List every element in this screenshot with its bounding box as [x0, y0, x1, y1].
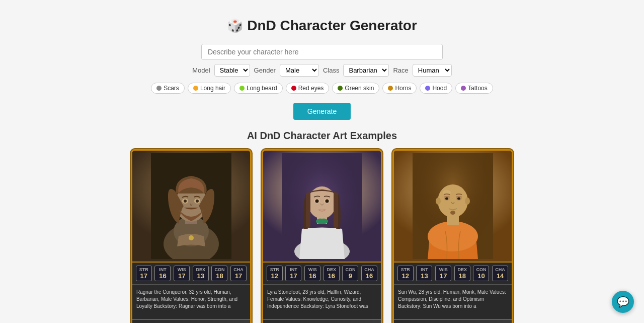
portrait-barbarian — [132, 151, 250, 262]
red-eyes-dot — [291, 86, 296, 91]
card-image-wizard — [263, 151, 381, 262]
wizard-description: Lyra Stonefoot, 23 yrs old, Halflin, Wiz… — [267, 289, 368, 309]
svg-rect-16 — [306, 192, 310, 228]
svg-point-31 — [457, 198, 460, 200]
tag-green-skin[interactable]: Green skin — [332, 83, 379, 94]
show-more-wizard[interactable]: ▼ Show More — [263, 319, 381, 323]
tag-red-eyes[interactable]: Red eyes — [286, 83, 330, 94]
stat-str-wizard: STR 12 — [267, 266, 283, 281]
input-section: Model Stable Fast HD Gender Male Female … — [10, 44, 634, 120]
tag-scars-label: Scars — [164, 85, 179, 92]
tags-row: Scars Long hair Long beard Red eyes Gree… — [151, 83, 493, 94]
chat-icon: 💬 — [617, 296, 629, 308]
svg-point-33 — [436, 198, 441, 205]
gender-label: Gender — [254, 67, 276, 74]
stat-wis-wizard: WIS 16 — [304, 266, 320, 281]
stat-dex-wizard: DEX 16 — [324, 266, 340, 281]
long-beard-dot — [239, 86, 245, 91]
section-title: AI DnD Character Art Examples — [10, 130, 634, 142]
card-image-barbarian — [132, 151, 250, 262]
svg-rect-17 — [334, 192, 338, 228]
tag-long-hair[interactable]: Long hair — [188, 83, 231, 94]
svg-point-8 — [196, 200, 199, 203]
monk-description: Sun Wu, 28 yrs old, Human, Monk, Male Va… — [398, 289, 506, 309]
tag-tattoos[interactable]: Tattoos — [455, 83, 493, 94]
svg-point-34 — [465, 198, 470, 205]
stat-cha-wizard: CHA 16 — [361, 266, 377, 281]
header: 🎲 DnD Character Generator — [10, 10, 634, 39]
svg-point-21 — [326, 200, 329, 203]
svg-point-24 — [428, 221, 478, 251]
race-label: Race — [393, 67, 408, 74]
title-text: DnD Character Generator — [247, 18, 417, 34]
svg-point-14 — [316, 218, 328, 224]
show-more-barbarian[interactable]: ▼ Show more — [132, 319, 250, 323]
character-card-barbarian: STR 17 INT 16 WIS 17 DEX 13 CON 18 — [131, 149, 252, 323]
class-label: Class — [323, 67, 340, 74]
hood-dot — [425, 86, 430, 91]
stat-dex-barbarian: DEX 13 — [193, 266, 209, 281]
svg-point-30 — [445, 198, 448, 200]
barbarian-description: Ragnar the Conqueror, 32 yrs old, Human,… — [136, 289, 237, 309]
scars-dot — [156, 86, 162, 91]
chat-bubble[interactable]: 💬 — [612, 291, 634, 313]
gender-select[interactable]: Male Female Other — [280, 64, 319, 77]
stat-int-wizard: INT 17 — [285, 266, 301, 281]
stat-con-monk: CON 10 — [473, 266, 489, 281]
tag-long-hair-label: Long hair — [200, 85, 225, 92]
controls-row: Model Stable Fast HD Gender Male Female … — [192, 64, 452, 77]
character-card-monk: STR 12 INT 13 WIS 17 DEX 18 CON 10 — [392, 149, 513, 323]
generate-button[interactable]: Generate — [293, 103, 351, 120]
portrait-monk — [394, 151, 512, 262]
stat-int-monk: INT 13 — [416, 266, 432, 281]
race-select[interactable]: Human Elf Dwarf Halfling Orc — [413, 64, 452, 77]
stat-cha-monk: CHA 14 — [492, 266, 508, 281]
dice-icon: 🎲 — [227, 18, 243, 34]
card-desc-wizard: Lyra Stonefoot, 23 yrs old, Halflin, Wiz… — [263, 284, 381, 319]
tag-hood-label: Hood — [432, 85, 447, 92]
page-wrapper: 🎲 DnD Character Generator Model Stable F… — [0, 0, 644, 323]
cards-row: STR 17 INT 16 WIS 17 DEX 13 CON 18 — [10, 149, 634, 323]
character-card-wizard: STR 12 INT 17 WIS 16 DEX 16 CON 9 — [262, 149, 382, 323]
tattoos-dot — [461, 86, 466, 91]
card-image-monk — [394, 151, 512, 262]
stat-wis-monk: WIS 17 — [435, 266, 451, 281]
describe-input[interactable] — [201, 44, 443, 60]
tag-horns-label: Horns — [395, 85, 411, 92]
card-desc-monk: Sun Wu, 28 yrs old, Human, Monk, Male Va… — [394, 284, 512, 319]
app-title: 🎲 DnD Character Generator — [10, 18, 634, 34]
card-stats-wizard: STR 12 INT 17 WIS 16 DEX 16 CON 9 — [263, 262, 381, 284]
tag-hood[interactable]: Hood — [420, 83, 452, 94]
svg-point-32 — [450, 211, 455, 215]
model-select[interactable]: Stable Fast HD — [214, 64, 250, 77]
stat-str-monk: STR 12 — [397, 266, 414, 281]
portrait-wizard — [263, 151, 381, 262]
stat-str-barbarian: STR 17 — [136, 266, 152, 281]
tag-red-eyes-label: Red eyes — [298, 85, 324, 92]
stat-cha-barbarian: CHA 17 — [230, 266, 247, 281]
tag-tattoos-label: Tattoos — [468, 85, 488, 92]
card-stats-barbarian: STR 17 INT 16 WIS 17 DEX 13 CON 18 — [132, 262, 250, 284]
svg-point-7 — [184, 200, 187, 203]
card-stats-monk: STR 12 INT 13 WIS 17 DEX 18 CON 10 — [394, 262, 512, 284]
svg-point-9 — [189, 235, 194, 240]
stat-con-wizard: CON 9 — [342, 266, 358, 281]
class-select[interactable]: Barbarian Wizard Monk Rogue Paladin — [343, 64, 389, 77]
card-desc-barbarian: Ragnar the Conqueror, 32 yrs old, Human,… — [132, 284, 250, 319]
stat-dex-monk: DEX 18 — [454, 266, 470, 281]
stat-int-barbarian: INT 16 — [154, 266, 171, 281]
tag-green-skin-label: Green skin — [345, 85, 374, 92]
long-hair-dot — [193, 86, 198, 91]
stat-wis-barbarian: WIS 17 — [174, 266, 190, 281]
stat-con-barbarian: CON 18 — [211, 266, 227, 281]
show-more-monk[interactable]: ▼ Show More — [394, 319, 512, 323]
svg-point-20 — [315, 200, 319, 203]
tag-horns[interactable]: Horns — [382, 83, 417, 94]
green-skin-dot — [338, 86, 343, 91]
horns-dot — [388, 86, 393, 91]
tag-scars[interactable]: Scars — [151, 83, 185, 94]
tag-long-beard[interactable]: Long beard — [234, 83, 283, 94]
model-label: Model — [192, 67, 210, 74]
tag-long-beard-label: Long beard — [247, 85, 277, 92]
